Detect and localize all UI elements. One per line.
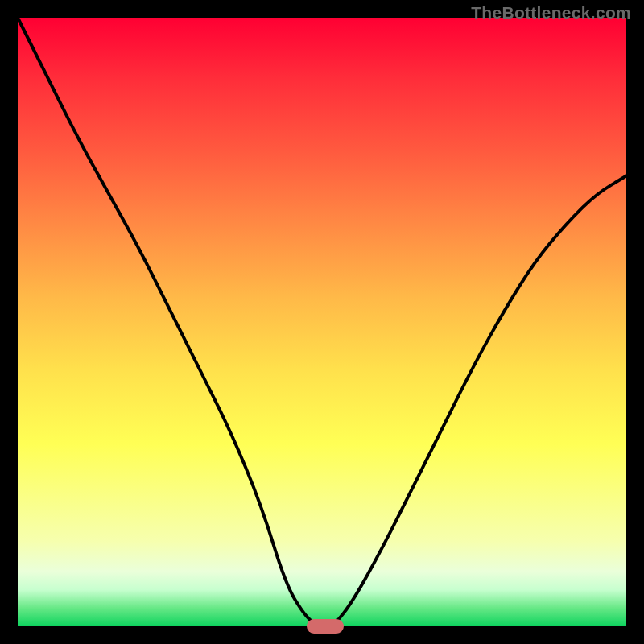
bottleneck-curve <box>18 18 626 626</box>
plot-area <box>18 18 626 626</box>
minimum-marker <box>307 619 344 634</box>
watermark-text: TheBottleneck.com <box>471 3 631 23</box>
chart-frame: TheBottleneck.com <box>0 0 644 644</box>
curve-svg <box>18 18 626 626</box>
